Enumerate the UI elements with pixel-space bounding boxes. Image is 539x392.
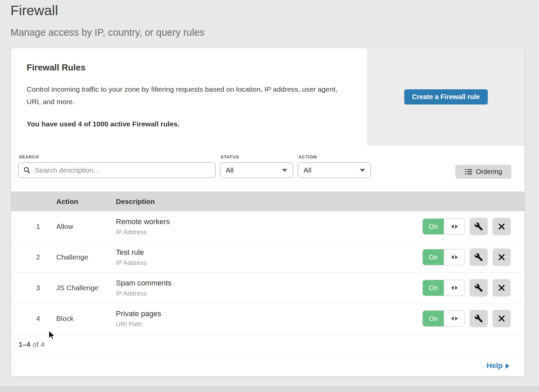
rule-priority-number: 1 <box>11 223 56 231</box>
wrench-icon <box>474 314 483 323</box>
rule-match-type: IP Address <box>116 229 422 236</box>
rule-match-type: URI Path <box>116 321 422 328</box>
rule-description-cell: Test rule IP Address <box>116 248 422 267</box>
rule-controls: On <box>422 218 525 235</box>
toggle-on-label: On <box>423 219 444 234</box>
pagination-range: 1–4 <box>19 340 30 349</box>
card-heading: Firewall Rules <box>27 62 350 73</box>
help-link-label: Help <box>486 361 503 370</box>
left-right-arrows-icon <box>444 311 465 326</box>
edit-rule-button[interactable] <box>470 279 488 297</box>
status-label: STATUS <box>221 154 293 159</box>
rule-enabled-toggle[interactable]: On <box>422 310 465 327</box>
search-filter-group: SEARCH <box>18 154 216 178</box>
arrow-right-icon <box>506 363 509 369</box>
x-icon <box>498 314 506 323</box>
edit-rule-button[interactable] <box>470 310 488 327</box>
wrench-icon <box>474 283 483 292</box>
rule-description-cell: Spam comments IP Address <box>116 279 422 297</box>
rule-match-type: IP Address <box>116 290 422 297</box>
filters-bar: SEARCH STATUS All ACTION All <box>11 146 525 191</box>
delete-rule-button[interactable] <box>493 310 511 327</box>
x-icon <box>498 222 506 231</box>
table-row: 4 Block Private pages URI Path On <box>11 303 525 334</box>
rule-enabled-toggle[interactable]: On <box>422 218 465 235</box>
delete-rule-button[interactable] <box>493 279 511 297</box>
rule-action: JS Challenge <box>56 284 116 292</box>
rule-priority-number: 2 <box>11 253 56 261</box>
card-intro: Firewall Rules Control incoming traffic … <box>27 62 350 128</box>
rules-usage-text: You have used 4 of 1000 active Firewall … <box>27 120 350 128</box>
left-right-arrows-icon <box>444 280 465 296</box>
rule-priority-number: 4 <box>11 315 56 323</box>
rules-list: 1 Allow Remote workers IP Address On <box>11 211 525 334</box>
table-row: 1 Allow Remote workers IP Address On <box>11 211 525 242</box>
search-input-wrapper <box>18 162 216 178</box>
rule-action: Allow <box>56 222 116 231</box>
rule-enabled-toggle[interactable]: On <box>422 280 465 296</box>
rule-description: Private pages <box>116 309 422 318</box>
search-input[interactable] <box>34 166 211 175</box>
pagination-total: of 4 <box>33 340 44 349</box>
rule-description: Test rule <box>116 248 422 257</box>
card-description: Control incoming traffic to your zone by… <box>27 83 345 108</box>
pagination: 1–4 of 4 <box>11 334 525 355</box>
action-select[interactable]: All <box>298 162 371 178</box>
column-action: Action <box>56 198 116 206</box>
rule-action: Block <box>56 314 116 323</box>
status-select-value: All <box>226 166 233 174</box>
card-top-section: Firewall Rules Control incoming traffic … <box>11 48 525 146</box>
rule-action: Challenge <box>56 253 116 261</box>
x-icon <box>498 253 506 261</box>
mouse-cursor <box>48 331 57 341</box>
list-icon <box>465 169 472 175</box>
toggle-on-label: On <box>423 280 444 296</box>
ordering-button-label: Ordering <box>476 168 502 176</box>
action-select-value: All <box>304 166 311 174</box>
column-description: Description <box>116 198 525 206</box>
left-right-arrows-icon <box>444 249 465 265</box>
table-row: 3 JS Challenge Spam comments IP Address … <box>11 273 525 303</box>
search-label: SEARCH <box>19 154 216 159</box>
rule-match-type: IP Address <box>116 259 422 267</box>
table-row: 2 Challenge Test rule IP Address On <box>11 242 525 273</box>
delete-rule-button[interactable] <box>493 218 511 235</box>
ordering-button[interactable]: Ordering <box>455 165 511 179</box>
toggle-on-label: On <box>423 249 444 265</box>
action-filter-group: ACTION All <box>298 154 371 178</box>
wrench-icon <box>474 253 483 262</box>
table-header: Action Description <box>11 191 525 211</box>
rule-description-cell: Private pages URI Path <box>116 309 422 328</box>
rule-controls: On <box>422 279 525 297</box>
firewall-rules-card: Firewall Rules Control incoming traffic … <box>11 48 525 376</box>
chevron-down-icon <box>360 169 365 172</box>
search-icon <box>23 167 31 174</box>
rule-enabled-toggle[interactable]: On <box>422 249 465 265</box>
rule-description: Spam comments <box>116 279 422 288</box>
rule-controls: On <box>422 248 525 266</box>
page-title: Firewall <box>10 3 58 19</box>
create-firewall-rule-button[interactable]: Create a Firewall rule <box>404 89 488 104</box>
card-footer: Help <box>11 355 525 376</box>
action-label: ACTION <box>298 154 371 159</box>
status-filter-group: STATUS All <box>220 154 293 178</box>
chevron-down-icon <box>282 169 287 172</box>
edit-rule-button[interactable] <box>470 248 488 266</box>
rule-description: Remote workers <box>116 217 422 226</box>
status-select[interactable]: All <box>220 162 293 178</box>
help-link[interactable]: Help <box>486 361 509 370</box>
rule-controls: On <box>422 310 525 327</box>
delete-rule-button[interactable] <box>493 248 511 266</box>
wrench-icon <box>474 222 483 231</box>
page-subtitle: Manage access by IP, country, or query r… <box>10 27 204 38</box>
rule-description-cell: Remote workers IP Address <box>116 217 422 236</box>
bottom-edge <box>0 386 539 392</box>
toggle-on-label: On <box>423 311 444 326</box>
create-rule-panel: Create a Firewall rule <box>367 48 525 146</box>
x-icon <box>498 284 506 292</box>
left-right-arrows-icon <box>444 219 465 234</box>
rule-priority-number: 3 <box>11 284 56 292</box>
edit-rule-button[interactable] <box>470 218 488 235</box>
